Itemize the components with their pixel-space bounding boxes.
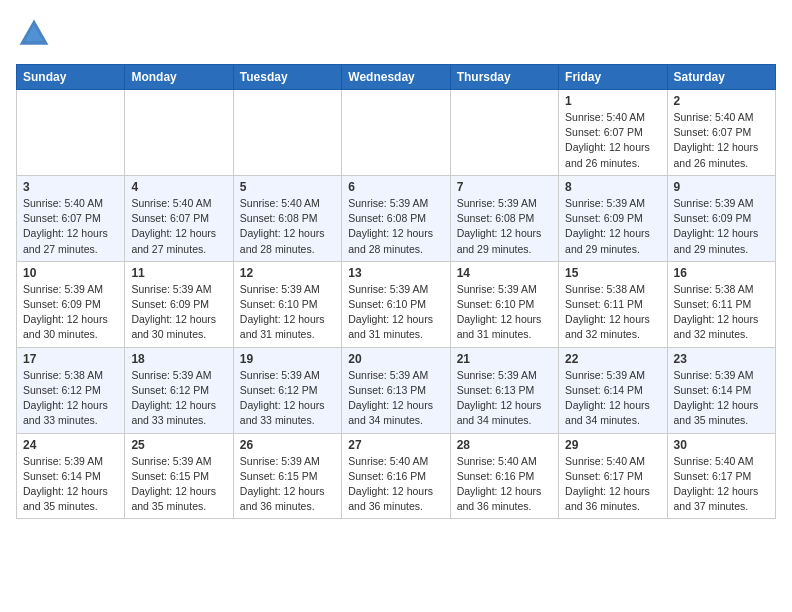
day-number: 29: [565, 438, 660, 452]
day-of-week-header: Sunday: [17, 65, 125, 90]
day-of-week-header: Tuesday: [233, 65, 341, 90]
day-info: Sunrise: 5:39 AMSunset: 6:15 PMDaylight:…: [131, 454, 226, 515]
day-number: 27: [348, 438, 443, 452]
day-of-week-header: Monday: [125, 65, 233, 90]
day-of-week-header: Thursday: [450, 65, 558, 90]
day-info: Sunrise: 5:40 AMSunset: 6:07 PMDaylight:…: [131, 196, 226, 257]
calendar-day-cell: 13Sunrise: 5:39 AMSunset: 6:10 PMDayligh…: [342, 261, 450, 347]
calendar-day-cell: 20Sunrise: 5:39 AMSunset: 6:13 PMDayligh…: [342, 347, 450, 433]
day-number: 20: [348, 352, 443, 366]
day-info: Sunrise: 5:38 AMSunset: 6:11 PMDaylight:…: [674, 282, 769, 343]
day-number: 22: [565, 352, 660, 366]
calendar-day-cell: 21Sunrise: 5:39 AMSunset: 6:13 PMDayligh…: [450, 347, 558, 433]
calendar-day-cell: 14Sunrise: 5:39 AMSunset: 6:10 PMDayligh…: [450, 261, 558, 347]
day-number: 24: [23, 438, 118, 452]
day-info: Sunrise: 5:39 AMSunset: 6:14 PMDaylight:…: [565, 368, 660, 429]
day-info: Sunrise: 5:40 AMSunset: 6:16 PMDaylight:…: [348, 454, 443, 515]
calendar-day-cell: 8Sunrise: 5:39 AMSunset: 6:09 PMDaylight…: [559, 175, 667, 261]
day-info: Sunrise: 5:40 AMSunset: 6:07 PMDaylight:…: [565, 110, 660, 171]
calendar-day-cell: 30Sunrise: 5:40 AMSunset: 6:17 PMDayligh…: [667, 433, 775, 519]
day-info: Sunrise: 5:38 AMSunset: 6:11 PMDaylight:…: [565, 282, 660, 343]
calendar-day-cell: 26Sunrise: 5:39 AMSunset: 6:15 PMDayligh…: [233, 433, 341, 519]
calendar-day-cell: 24Sunrise: 5:39 AMSunset: 6:14 PMDayligh…: [17, 433, 125, 519]
day-info: Sunrise: 5:39 AMSunset: 6:10 PMDaylight:…: [348, 282, 443, 343]
day-info: Sunrise: 5:39 AMSunset: 6:09 PMDaylight:…: [674, 196, 769, 257]
calendar-day-cell: 15Sunrise: 5:38 AMSunset: 6:11 PMDayligh…: [559, 261, 667, 347]
day-number: 10: [23, 266, 118, 280]
calendar-day-cell: 5Sunrise: 5:40 AMSunset: 6:08 PMDaylight…: [233, 175, 341, 261]
day-info: Sunrise: 5:40 AMSunset: 6:07 PMDaylight:…: [23, 196, 118, 257]
day-number: 6: [348, 180, 443, 194]
calendar-day-cell: 22Sunrise: 5:39 AMSunset: 6:14 PMDayligh…: [559, 347, 667, 433]
day-info: Sunrise: 5:39 AMSunset: 6:08 PMDaylight:…: [348, 196, 443, 257]
calendar-header-row: SundayMondayTuesdayWednesdayThursdayFrid…: [17, 65, 776, 90]
calendar-day-cell: 9Sunrise: 5:39 AMSunset: 6:09 PMDaylight…: [667, 175, 775, 261]
day-info: Sunrise: 5:39 AMSunset: 6:09 PMDaylight:…: [565, 196, 660, 257]
day-of-week-header: Saturday: [667, 65, 775, 90]
calendar-day-cell: 12Sunrise: 5:39 AMSunset: 6:10 PMDayligh…: [233, 261, 341, 347]
calendar-week-row: 17Sunrise: 5:38 AMSunset: 6:12 PMDayligh…: [17, 347, 776, 433]
day-info: Sunrise: 5:38 AMSunset: 6:12 PMDaylight:…: [23, 368, 118, 429]
day-of-week-header: Wednesday: [342, 65, 450, 90]
day-info: Sunrise: 5:39 AMSunset: 6:12 PMDaylight:…: [131, 368, 226, 429]
calendar-day-cell: [125, 90, 233, 176]
calendar-day-cell: [233, 90, 341, 176]
day-number: 14: [457, 266, 552, 280]
calendar-day-cell: 10Sunrise: 5:39 AMSunset: 6:09 PMDayligh…: [17, 261, 125, 347]
day-info: Sunrise: 5:39 AMSunset: 6:14 PMDaylight:…: [23, 454, 118, 515]
day-info: Sunrise: 5:40 AMSunset: 6:08 PMDaylight:…: [240, 196, 335, 257]
logo-icon: [16, 16, 52, 52]
calendar-day-cell: 11Sunrise: 5:39 AMSunset: 6:09 PMDayligh…: [125, 261, 233, 347]
day-info: Sunrise: 5:39 AMSunset: 6:09 PMDaylight:…: [131, 282, 226, 343]
day-number: 1: [565, 94, 660, 108]
day-number: 8: [565, 180, 660, 194]
calendar-day-cell: 2Sunrise: 5:40 AMSunset: 6:07 PMDaylight…: [667, 90, 775, 176]
calendar-day-cell: 19Sunrise: 5:39 AMSunset: 6:12 PMDayligh…: [233, 347, 341, 433]
day-info: Sunrise: 5:39 AMSunset: 6:10 PMDaylight:…: [240, 282, 335, 343]
day-number: 26: [240, 438, 335, 452]
day-number: 30: [674, 438, 769, 452]
day-info: Sunrise: 5:39 AMSunset: 6:12 PMDaylight:…: [240, 368, 335, 429]
calendar-day-cell: 27Sunrise: 5:40 AMSunset: 6:16 PMDayligh…: [342, 433, 450, 519]
day-number: 13: [348, 266, 443, 280]
day-info: Sunrise: 5:39 AMSunset: 6:09 PMDaylight:…: [23, 282, 118, 343]
day-info: Sunrise: 5:39 AMSunset: 6:08 PMDaylight:…: [457, 196, 552, 257]
day-number: 18: [131, 352, 226, 366]
day-number: 17: [23, 352, 118, 366]
day-info: Sunrise: 5:39 AMSunset: 6:15 PMDaylight:…: [240, 454, 335, 515]
day-info: Sunrise: 5:39 AMSunset: 6:13 PMDaylight:…: [457, 368, 552, 429]
day-number: 4: [131, 180, 226, 194]
day-number: 2: [674, 94, 769, 108]
day-info: Sunrise: 5:40 AMSunset: 6:17 PMDaylight:…: [565, 454, 660, 515]
calendar-week-row: 24Sunrise: 5:39 AMSunset: 6:14 PMDayligh…: [17, 433, 776, 519]
calendar-day-cell: 17Sunrise: 5:38 AMSunset: 6:12 PMDayligh…: [17, 347, 125, 433]
calendar-day-cell: 4Sunrise: 5:40 AMSunset: 6:07 PMDaylight…: [125, 175, 233, 261]
calendar-day-cell: 3Sunrise: 5:40 AMSunset: 6:07 PMDaylight…: [17, 175, 125, 261]
day-number: 5: [240, 180, 335, 194]
day-info: Sunrise: 5:40 AMSunset: 6:07 PMDaylight:…: [674, 110, 769, 171]
calendar-week-row: 10Sunrise: 5:39 AMSunset: 6:09 PMDayligh…: [17, 261, 776, 347]
day-number: 7: [457, 180, 552, 194]
calendar-day-cell: 28Sunrise: 5:40 AMSunset: 6:16 PMDayligh…: [450, 433, 558, 519]
calendar-day-cell: 18Sunrise: 5:39 AMSunset: 6:12 PMDayligh…: [125, 347, 233, 433]
logo: [16, 16, 56, 52]
day-number: 23: [674, 352, 769, 366]
calendar-week-row: 3Sunrise: 5:40 AMSunset: 6:07 PMDaylight…: [17, 175, 776, 261]
day-number: 3: [23, 180, 118, 194]
calendar-day-cell: 25Sunrise: 5:39 AMSunset: 6:15 PMDayligh…: [125, 433, 233, 519]
day-info: Sunrise: 5:40 AMSunset: 6:16 PMDaylight:…: [457, 454, 552, 515]
calendar-day-cell: 7Sunrise: 5:39 AMSunset: 6:08 PMDaylight…: [450, 175, 558, 261]
calendar-day-cell: [342, 90, 450, 176]
calendar-day-cell: 1Sunrise: 5:40 AMSunset: 6:07 PMDaylight…: [559, 90, 667, 176]
day-info: Sunrise: 5:39 AMSunset: 6:14 PMDaylight:…: [674, 368, 769, 429]
day-info: Sunrise: 5:40 AMSunset: 6:17 PMDaylight:…: [674, 454, 769, 515]
day-number: 15: [565, 266, 660, 280]
day-of-week-header: Friday: [559, 65, 667, 90]
day-number: 19: [240, 352, 335, 366]
day-number: 21: [457, 352, 552, 366]
page-header: [16, 16, 776, 52]
calendar-day-cell: [17, 90, 125, 176]
calendar-week-row: 1Sunrise: 5:40 AMSunset: 6:07 PMDaylight…: [17, 90, 776, 176]
calendar-day-cell: 29Sunrise: 5:40 AMSunset: 6:17 PMDayligh…: [559, 433, 667, 519]
day-info: Sunrise: 5:39 AMSunset: 6:10 PMDaylight:…: [457, 282, 552, 343]
